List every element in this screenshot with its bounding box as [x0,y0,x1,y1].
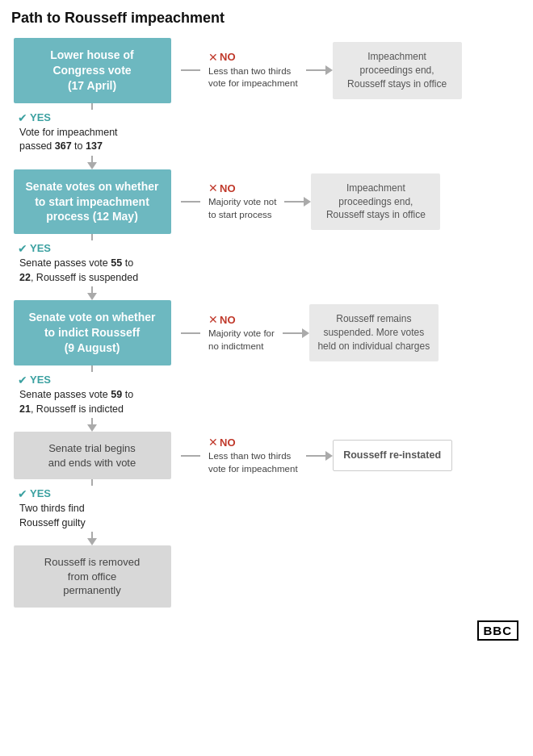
step3-side-box: Rousseff remainssuspended. More voteshel… [309,304,439,361]
step1-arrow2 [306,65,333,75]
step1-arrow-head [325,65,333,75]
yes2-text: Senate passes vote 55 to22, Rousseff is … [11,257,173,286]
step4-no-label: NO [220,436,236,449]
step2-branch: ✕ NO Majority vote notto start process I… [181,173,522,230]
vline3b [91,418,93,424]
arrow-down-1: ✔ YES Vote for impeachmentpassed 367 to … [11,103,173,169]
step4-arrow-head [325,451,333,461]
step5-left: Rousseff is removedfrom officepermanentl… [11,545,173,608]
step5-row: Rousseff is removedfrom officepermanentl… [11,545,522,608]
step4-left: Senate trial beginsand ends with vote [11,432,173,479]
diagram: Lower house ofCongress vote(17 April) ✕ … [11,38,522,608]
step2-no-text: Majority vote notto start process [208,196,276,221]
step3-box: Senate vote on whetherto indict Rousseff… [14,300,171,365]
step3-x-icon: ✕ [208,313,218,326]
step2-row: Senate votes on whetherto start impeachm… [11,169,522,235]
yes3-label: YES [30,374,51,386]
step1-hline2 [306,69,325,71]
step2-no-label: NO [220,182,236,194]
yes1-text: Vote for impeachmentpassed 367 to 137 [11,126,173,156]
arrow-down-3: ✔ YES Senate passes vote 59 to21, Rousse… [11,365,173,432]
step2-hline2 [284,201,304,203]
step1-x-icon: ✕ [208,51,218,64]
step2-x-icon: ✕ [208,182,218,194]
step4-branch: ✕ NO Less than two thirdsvote for impeac… [181,436,522,475]
step1-left: Lower house ofCongress vote(17 April) [11,38,173,103]
step1-branch: ✕ NO Less than two thirdsvote for impeac… [181,42,522,98]
arrowhead4 [87,538,97,545]
step4-arrow2 [306,451,333,461]
step2-box: Senate votes on whetherto start impeachm… [14,169,171,235]
yes3-text: Senate passes vote 59 to21, Rousseff is … [11,388,173,418]
step4-box: Senate trial beginsand ends with vote [14,432,171,479]
step4-hline2 [306,455,325,457]
step3-arrow-head [302,328,309,338]
step3-no-label: NO [220,314,236,326]
step1-hline [181,69,200,71]
step5-box: Rousseff is removedfrom officepermanentl… [14,545,171,608]
yes4-text: Two thirds findRousseff guilty [11,502,173,532]
step3-hline [181,332,200,334]
vline1b [91,156,93,162]
step4-hline [181,455,200,457]
step1-no-label: NO [220,51,236,63]
step2-side-box: Impeachmentproceedings end,Rousseff stay… [311,173,440,230]
bbc-logo: BBC [477,620,519,641]
yes4-label: YES [30,487,51,499]
arrowhead2 [87,293,97,300]
vline3 [91,365,93,372]
vline4b [91,532,93,538]
step4-x-icon: ✕ [208,436,218,449]
step2-arrow2 [284,197,311,207]
bbc-logo-row: BBC [11,620,522,641]
step4-row: Senate trial beginsand ends with vote ✕ … [11,432,522,479]
yes2-label: YES [30,242,51,254]
step3-row: Senate vote on whetherto indict Rousseff… [11,300,522,365]
yes1-label: YES [30,111,51,123]
vline1 [91,103,93,110]
page-title: Path to Rousseff impeachment [11,10,522,27]
vline4 [91,479,93,486]
arrowhead1 [87,162,97,169]
step1-box: Lower house ofCongress vote(17 April) [14,38,171,103]
step2-no-block: ✕ NO Majority vote notto start process [208,182,276,221]
step2-left: Senate votes on whetherto start impeachm… [11,169,173,235]
arrow-down-4: ✔ YES Two thirds findRousseff guilty [11,479,173,545]
vline2 [91,234,93,240]
check3-icon: ✔ [18,374,27,386]
step3-no-text: Majority vote forno indictment [208,328,275,353]
arrowhead3 [87,424,97,432]
step3-hline2 [283,332,302,334]
step3-no-block: ✕ NO Majority vote forno indictment [208,313,275,353]
step2-arrow-head [304,197,311,207]
step4-hconn [181,455,200,457]
step4-side-box: Rousseff re-instated [333,440,452,472]
check2-icon: ✔ [18,242,27,255]
step3-branch: ✕ NO Majority vote forno indictment Rous… [181,304,522,361]
step3-hconn [181,332,200,334]
step1-no-block: ✕ NO Less than two thirdsvote for impeac… [208,51,298,90]
step4-no-text: Less than two thirdsvote for impeachment [208,450,298,475]
step1-row: Lower house ofCongress vote(17 April) ✕ … [11,38,522,103]
vline2b [91,286,93,293]
step1-side-box: Impeachmentproceedings end,Rousseff stay… [333,42,462,98]
step1-horiz-connector [181,69,200,71]
step2-hline [181,201,200,203]
arrow-down-2: ✔ YES Senate passes vote 55 to22, Rousse… [11,234,173,300]
step3-left: Senate vote on whetherto indict Rousseff… [11,300,173,365]
step3-arrow2 [283,328,309,338]
step1-no-text: Less than two thirdsvote for impeachment [208,65,298,90]
step2-hconn [181,201,200,203]
check1-icon: ✔ [18,111,27,124]
step4-no-block: ✕ NO Less than two thirdsvote for impeac… [208,436,298,475]
check4-icon: ✔ [18,487,27,500]
